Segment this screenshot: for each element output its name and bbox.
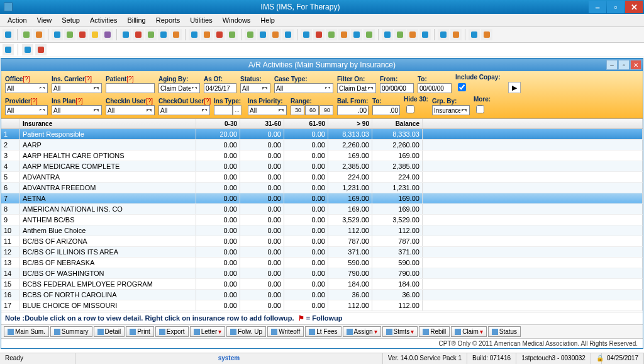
provider-select[interactable]: All (5, 105, 48, 115)
toolbar-icon[interactable] (326, 29, 337, 40)
col-31-60[interactable]: 31-60 (240, 119, 284, 128)
summary-button[interactable]: Summary (50, 326, 92, 337)
patient-input[interactable] (106, 83, 155, 93)
toolbar-icon[interactable] (52, 29, 63, 40)
menu-setup[interactable]: Setup (57, 15, 85, 25)
close-button[interactable]: ✕ (625, 1, 643, 13)
table-row[interactable]: 5ADVANTRA0.000.000.00224.00224.00 (1, 172, 643, 183)
writeoff-button[interactable]: Writeoff (267, 326, 304, 337)
ins-plan-select[interactable]: All (52, 105, 102, 115)
menu-windows[interactable]: Windows (218, 15, 256, 25)
checkout-user-select[interactable]: All (158, 105, 210, 115)
include-copay-checkbox[interactable] (458, 83, 466, 91)
ins-priority-select[interactable]: All (248, 105, 287, 115)
main-sum--button[interactable]: Main Sum. (4, 326, 49, 337)
toolbar-icon[interactable] (450, 29, 462, 40)
toolbar-icon[interactable] (338, 29, 350, 40)
grid-body[interactable]: 1Patient Responsible20.000.000.008,313.0… (1, 129, 643, 312)
stop-icon[interactable] (35, 44, 47, 55)
toolbar-icon[interactable] (145, 29, 157, 40)
table-row[interactable]: 11BC/BS OF ARIZONA0.000.000.00787.00787.… (1, 236, 643, 247)
checkin-user-select[interactable]: All (106, 105, 155, 115)
rebill-button[interactable]: Rebill (419, 326, 450, 337)
menu-help[interactable]: Help (255, 15, 280, 25)
table-row[interactable]: 1Patient Responsible20.000.000.008,313.0… (1, 129, 643, 140)
more-checkbox[interactable] (476, 105, 484, 113)
letter-button[interactable]: Letter▾ (190, 326, 226, 337)
ins-type-input[interactable] (214, 105, 233, 115)
toolbar-icon[interactable] (226, 29, 238, 40)
folw-up-button[interactable]: Folw. Up (226, 326, 266, 337)
toolbar-icon[interactable] (21, 29, 32, 40)
toolbar-icon[interactable] (102, 29, 113, 40)
table-row[interactable]: 10Anthem Blue Choice0.000.000.00112.0011… (1, 225, 643, 236)
toolbar-icon[interactable] (214, 29, 225, 40)
col-0-30[interactable]: 0-30 (196, 119, 240, 128)
from-input[interactable] (380, 83, 414, 93)
toolbar-icon[interactable] (270, 29, 281, 40)
toolbar-icon[interactable] (407, 29, 418, 40)
toolbar-icon[interactable] (257, 29, 269, 40)
stmts-button[interactable]: Stmts▾ (382, 326, 418, 337)
toolbar-icon[interactable] (382, 29, 393, 40)
restore-button[interactable]: ▫ (607, 1, 625, 13)
assign-button[interactable]: Assign▾ (343, 326, 381, 337)
toolbar-icon[interactable] (419, 29, 431, 40)
sub-minimize-button[interactable]: – (606, 60, 618, 70)
toolbar-icon[interactable] (170, 29, 182, 40)
range-90-button[interactable]: 90 (319, 105, 333, 115)
status-select[interactable]: All (240, 83, 270, 93)
help-icon[interactable] (22, 44, 33, 55)
table-row[interactable]: 12BC/BS OF ILLINOIS ITS AREA0.000.000.00… (1, 247, 643, 258)
toolbar-icon[interactable] (89, 29, 101, 40)
toolbar-icon[interactable] (77, 29, 88, 40)
sub-restore-button[interactable]: ▫ (618, 60, 630, 70)
ins-carrier-select[interactable]: All (52, 83, 102, 93)
claim-button[interactable]: Claim▾ (451, 326, 487, 337)
table-row[interactable]: 14BC/BS OF WASHINGTON0.000.000.00790.007… (1, 268, 643, 279)
detail-button[interactable]: Detail (94, 326, 125, 337)
toolbar-icon[interactable] (481, 29, 492, 40)
menu-reports[interactable]: Reports (151, 15, 186, 25)
hide-30-checkbox[interactable] (406, 105, 414, 113)
export-button[interactable]: Export (155, 326, 189, 337)
as-of-input[interactable] (204, 83, 236, 93)
status-button[interactable]: Status (488, 326, 521, 337)
to-input[interactable] (418, 83, 452, 93)
aging-by-select[interactable]: Claim Date (158, 83, 200, 93)
col-insurance[interactable]: Insurance (20, 119, 196, 128)
office-select[interactable]: All (5, 83, 48, 93)
toolbar-icon[interactable] (313, 29, 325, 40)
toolbar-icon[interactable] (158, 29, 169, 40)
range-30-button[interactable]: 30 (291, 105, 304, 115)
bal-to-input[interactable] (372, 105, 400, 115)
toolbar-icon[interactable] (282, 29, 294, 40)
toolbar-icon[interactable] (189, 29, 200, 40)
col-over-90[interactable]: > 90 (328, 119, 372, 128)
menu-utilities[interactable]: Utilities (185, 15, 217, 25)
refresh-icon[interactable] (3, 44, 14, 55)
toolbar-icon[interactable] (438, 29, 449, 40)
table-row[interactable]: 6ADVANTRA FREEDOM0.000.000.001,231.001,2… (1, 183, 643, 193)
table-row[interactable]: 4AARP MEDICARE COMPLETE0.000.000.002,385… (1, 161, 643, 172)
table-row[interactable]: 8AMERICAN NATIONAL INS. CO0.000.000.0016… (1, 204, 643, 215)
toolbar-icon[interactable] (133, 29, 144, 40)
table-row[interactable]: 7AETNA0.000.000.00169.00169.00 (1, 193, 643, 204)
toolbar-icon[interactable] (364, 29, 375, 40)
toolbar-icon[interactable] (301, 29, 312, 40)
table-row[interactable]: 13BC/BS OF NEBRASKA0.000.000.00590.00590… (1, 258, 643, 268)
toolbar-icon[interactable] (33, 29, 45, 40)
col-rownum[interactable] (1, 119, 20, 128)
go-button[interactable]: ▶ (508, 82, 521, 93)
sub-close-button[interactable]: ✕ (630, 60, 641, 70)
ins-type-lookup-icon[interactable]: … (233, 105, 242, 115)
toolbar-icon[interactable] (394, 29, 406, 40)
toolbar-icon[interactable] (351, 29, 362, 40)
toolbar-icon[interactable] (120, 29, 131, 40)
toolbar-icon[interactable] (201, 29, 213, 40)
col-61-90[interactable]: 61-90 (284, 119, 328, 128)
menu-billing[interactable]: Billing (122, 15, 150, 25)
toolbar-icon[interactable] (469, 29, 480, 40)
table-row[interactable]: 15BCBS FEDERAL EMPLOYEE PROGRAM0.000.000… (1, 279, 643, 290)
menu-activities[interactable]: Activities (85, 15, 122, 25)
